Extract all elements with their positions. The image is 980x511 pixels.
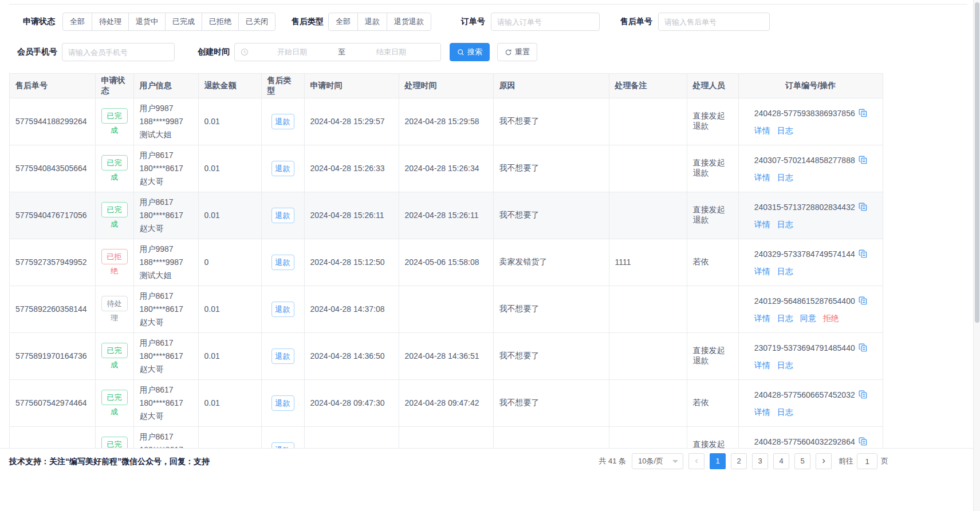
detail-link[interactable]: 详情 [754,314,770,323]
cell-aftersale-no: 5775892260358144 [10,286,95,332]
reset-button[interactable]: 重置 [497,43,537,61]
type-badge: 退款 [271,302,294,317]
detail-link[interactable]: 详情 [754,173,770,182]
status-filter-option[interactable]: 退货中 [128,13,166,31]
status-badge: 已拒绝 [101,249,128,264]
cell-handler [687,286,738,332]
user-info-line: 188****9987 [140,115,192,128]
copy-icon[interactable] [859,155,867,168]
cell-handle-time: 2024-05-06 15:58:08 [399,239,493,286]
order-no: 240307-5702144858277888 [754,156,855,165]
type-filter-label: 售后类型 [292,17,324,27]
detail-link[interactable]: 详情 [754,407,770,417]
status-filter-option[interactable]: 待处理 [92,13,129,31]
cell-remark [609,98,687,145]
cell-status: 待处理 [95,286,133,332]
cell-apply-time: 2024-04-28 15:12:50 [304,239,399,286]
approve-link[interactable]: 同意 [800,314,816,323]
member-phone-label: 会员手机号 [17,47,57,57]
status-filter-option[interactable]: 已关闭 [238,13,275,31]
refresh-icon [505,49,512,56]
order-no: 240428-5775604032292864 [754,437,855,446]
copy-icon[interactable] [859,342,867,356]
prev-page-button[interactable]: ‹ [688,453,705,469]
log-link[interactable]: 日志 [777,126,793,135]
cell-handle-time [399,426,493,449]
scrollbar-track[interactable] [973,0,980,511]
cell-refund-amount: 0.01 [198,379,261,426]
aftersale-no-input[interactable] [658,13,770,31]
caret-down-icon [672,460,678,463]
status-filter-option[interactable]: 已完成 [165,13,202,31]
detail-link[interactable]: 详情 [754,126,770,135]
log-link[interactable]: 日志 [777,173,793,182]
column-header-order: 订单编号/操作 [738,74,883,98]
log-link[interactable]: 日志 [777,267,793,276]
pagination: 共 41 条 10条/页 ‹ 12345 › 前往 页 [599,453,888,469]
table-header-row: 售后单号申请状态用户信息退款金额售后类型申请时间处理时间原因处理备注处理人员订单… [10,74,883,98]
detail-link[interactable]: 详情 [754,267,770,276]
page-button-4[interactable]: 4 [773,453,789,469]
cell-refund-amount: 0.01 [198,332,261,379]
user-info-line: 180****8617 [140,162,192,175]
user-info-line: 用户9987 [140,102,192,115]
order-no: 240428-5775606657452032 [754,390,855,399]
log-link[interactable]: 日志 [777,361,793,370]
table-row: 已完成用户8617180****8617赵大哥退款直接发起退款240428-57… [10,426,883,449]
detail-link[interactable]: 详情 [754,361,770,370]
copy-icon[interactable] [859,389,867,403]
page-button-3[interactable]: 3 [752,453,768,469]
column-header-type: 售后类型 [261,74,304,98]
copy-icon[interactable] [859,248,867,262]
order-no-input[interactable] [491,13,600,31]
user-info-line: 赵大哥 [140,222,192,235]
member-phone-input[interactable] [62,43,175,61]
log-link[interactable]: 日志 [777,220,793,229]
status-badge: 已完成 [101,202,128,217]
table-row: 5775607542974464已完成用户8617180****8617赵大哥0… [10,379,883,426]
goto-page-input[interactable] [857,453,877,469]
page-size-select[interactable]: 10条/页 [632,453,683,469]
cell-user-info: 用户9987188****9987测试大姐 [133,239,198,286]
copy-icon[interactable] [859,295,867,309]
type-filter-option[interactable]: 退款 [357,13,387,31]
user-info-line: 188****9987 [140,256,192,269]
cell-aftersale-no: 5775927357949952 [10,239,95,286]
user-info-line: 180****8617 [140,350,192,363]
table-row: 5775927357949952已拒绝用户9987188****9987测试大姐… [10,239,883,286]
type-filter-group: 全部退款退货退款 [328,13,431,31]
reject-link[interactable]: 拒绝 [823,314,839,323]
type-badge: 退款 [271,114,294,129]
column-header-reason: 原因 [493,74,609,98]
copy-icon[interactable] [859,201,867,215]
cell-refund-amount: 0.01 [198,286,261,332]
goto-label: 前往 [839,456,853,466]
user-info-line: 赵大哥 [140,175,192,188]
status-filter-option[interactable]: 全部 [62,13,92,31]
column-header-apply_time: 申请时间 [304,74,399,98]
cell-apply-time [304,426,399,449]
detail-link[interactable]: 详情 [754,220,770,229]
copy-icon[interactable] [859,108,867,121]
scrollbar-thumb[interactable] [975,2,979,323]
page-button-2[interactable]: 2 [731,453,747,469]
status-filter-option[interactable]: 已拒绝 [202,13,239,31]
start-date-placeholder[interactable]: 开始日期 [249,47,336,57]
type-filter-option[interactable]: 全部 [328,13,358,31]
search-button[interactable]: 搜索 [450,43,490,61]
page-button-5[interactable]: 5 [794,453,810,469]
user-info-line: 180****8617 [140,303,192,316]
footer-bar: 技术支持：关注“编写美好前程”微信公众号，回复：支持 共 41 条 10条/页 … [0,448,980,511]
cell-order-actions: 240307-5702144858277888详情日志 [738,145,883,192]
cell-apply-time: 2024-04-28 15:26:11 [304,192,399,239]
end-date-placeholder[interactable]: 结束日期 [348,47,435,57]
cell-remark [609,192,687,239]
next-page-button[interactable]: › [816,453,832,469]
page-button-1[interactable]: 1 [710,453,726,469]
create-time-range-picker[interactable]: 开始日期 至 结束日期 [234,43,441,61]
log-link[interactable]: 日志 [777,407,793,417]
cell-handle-time: 2024-04-28 09:47:42 [399,379,493,426]
log-link[interactable]: 日志 [777,314,793,323]
copy-icon[interactable] [859,436,867,449]
type-filter-option[interactable]: 退货退款 [387,13,431,31]
